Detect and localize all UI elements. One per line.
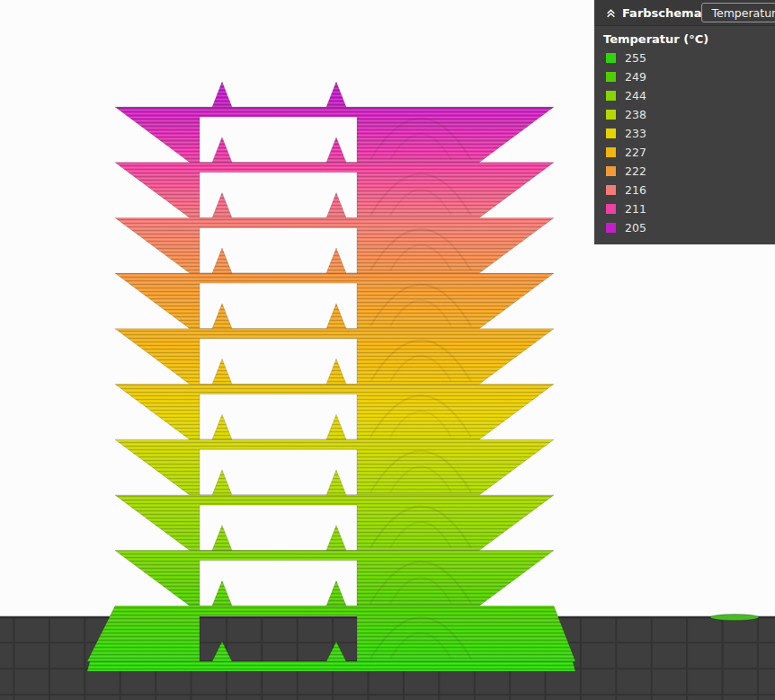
slicer-preview-window: Farbschema Temperatur Temperatur (°C) 25… xyxy=(0,0,775,700)
panel-title: Farbschema xyxy=(622,6,701,20)
temperature-value: 249 xyxy=(625,70,646,84)
legend-item[interactable]: 222 xyxy=(594,162,775,181)
legend-item[interactable]: 238 xyxy=(594,105,775,124)
color-swatch xyxy=(606,204,616,214)
temperature-value: 222 xyxy=(625,164,646,178)
color-scheme-panel: Farbschema Temperatur Temperatur (°C) 25… xyxy=(594,0,775,244)
double-chevron-up-icon xyxy=(605,7,617,19)
color-swatch xyxy=(606,223,616,233)
color-swatch xyxy=(606,128,616,138)
color-swatch xyxy=(606,72,616,82)
legend-item[interactable]: 211 xyxy=(594,199,775,218)
color-swatch xyxy=(606,110,616,120)
collapse-panel-button[interactable] xyxy=(602,4,619,21)
temperature-value: 255 xyxy=(625,51,646,65)
legend-item[interactable]: 233 xyxy=(594,124,775,143)
legend-item[interactable]: 249 xyxy=(594,67,775,86)
color-swatch xyxy=(606,185,616,195)
legend-item[interactable]: 244 xyxy=(594,86,775,105)
legend-item[interactable]: 216 xyxy=(594,181,775,199)
temperature-value: 238 xyxy=(625,108,646,121)
temperature-value: 205 xyxy=(625,221,646,235)
temperature-legend-list: 255249244238233227222216211205 xyxy=(594,49,775,237)
temperature-value: 233 xyxy=(625,127,646,140)
legend-item[interactable]: 255 xyxy=(594,49,775,67)
view-mode-dropdown[interactable]: Temperatur xyxy=(701,3,775,22)
legend-item[interactable]: 205 xyxy=(594,218,775,237)
legend-list-title: Temperatur (°C) xyxy=(594,26,775,49)
temperature-value: 244 xyxy=(625,89,646,102)
purge-blob xyxy=(710,615,759,621)
temperature-value: 216 xyxy=(625,183,646,197)
color-swatch xyxy=(606,166,616,176)
dropdown-selected-value: Temperatur xyxy=(711,6,775,20)
temperature-value: 227 xyxy=(625,146,646,159)
legend-item[interactable]: 227 xyxy=(594,143,775,162)
color-swatch xyxy=(606,147,616,157)
temperature-value: 211 xyxy=(625,202,646,216)
color-swatch xyxy=(606,91,616,101)
color-scheme-header: Farbschema Temperatur xyxy=(594,0,775,26)
color-swatch xyxy=(606,53,616,63)
layer-lines-texture xyxy=(87,82,575,671)
